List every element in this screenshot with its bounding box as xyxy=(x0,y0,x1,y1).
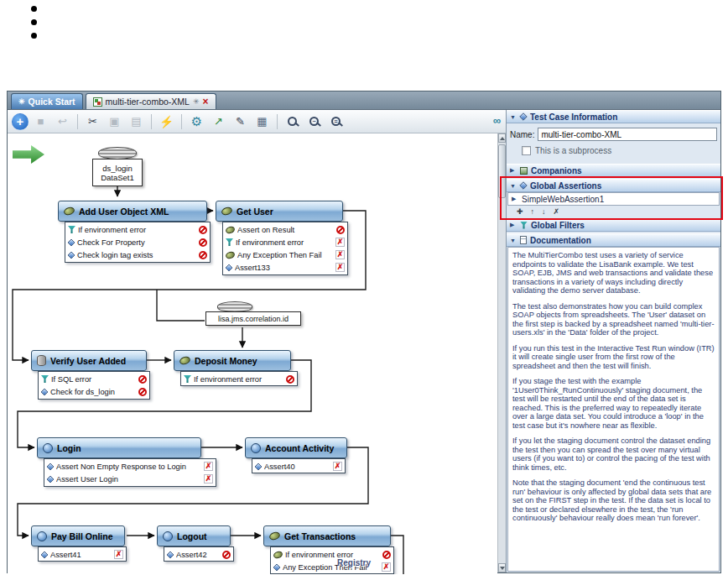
assertion-row[interactable]: Assert on Result xyxy=(223,223,347,236)
test-case-info-body: Name: This is a subprocess xyxy=(507,123,720,160)
assertion-row[interactable]: Assert User Login✗ xyxy=(44,473,216,485)
dataset-node[interactable]: lisa.jms.correlation.id xyxy=(205,311,301,326)
assertion-row[interactable]: Any Exception Then Fail✗ xyxy=(271,561,393,573)
vertical-scrollbar[interactable] xyxy=(497,133,506,572)
workflow-canvas[interactable]: ds_login DataSet1 lisa.jms.correlation.i… xyxy=(8,133,497,574)
bullet-icon xyxy=(31,33,37,39)
tab-document[interactable]: multi-tier-combo-XML ✳ × xyxy=(86,93,216,109)
document-icon xyxy=(520,236,527,244)
dataset-node[interactable]: ds_login DataSet1 xyxy=(92,159,143,186)
step-assertions: If environment error xyxy=(180,371,298,386)
assertion-icon xyxy=(519,181,528,190)
delete-assertion-button[interactable]: ✗ xyxy=(554,207,560,216)
no-entry-icon xyxy=(336,226,345,234)
pin-icon[interactable]: ✳ xyxy=(193,97,200,106)
paste-button[interactable]: ▤ xyxy=(127,112,146,131)
section-global-assertions[interactable]: ▼ Global Assertions xyxy=(507,179,720,192)
copy-button[interactable]: ▣ xyxy=(105,112,124,131)
filter-icon xyxy=(68,226,75,233)
zoom-out-button[interactable]: − xyxy=(304,112,324,131)
assertion-row[interactable]: Assert41✗ xyxy=(39,548,126,561)
dataset-icon[interactable] xyxy=(98,147,137,159)
add-step-button[interactable]: + xyxy=(12,113,29,130)
step-node-account-activity[interactable]: Account Activity xyxy=(245,437,347,458)
documentation-text: The MultiTierCombo test uses a variety o… xyxy=(507,247,720,572)
assertion-row[interactable]: If environment error xyxy=(271,548,393,561)
run-button[interactable]: ⚡ xyxy=(157,112,176,131)
fail-x-icon: ✗ xyxy=(335,263,345,272)
step-node-get-user[interactable]: Get User xyxy=(216,201,343,222)
assertion-row[interactable]: If environment error✗ xyxy=(223,236,347,248)
globe-icon xyxy=(163,531,173,541)
step-title: Pay Bill Online xyxy=(51,531,113,541)
step-title: Get User xyxy=(237,206,273,217)
tab-quick-start[interactable]: ✳ Quick Start xyxy=(11,93,83,109)
delete-button[interactable]: ■ xyxy=(31,112,50,131)
assertion-icon xyxy=(225,264,232,271)
scrollbar-track[interactable] xyxy=(498,198,506,563)
subprocess-checkbox[interactable] xyxy=(522,146,531,155)
step-assertions: If environment error Check For Property … xyxy=(65,222,211,263)
assertion-row[interactable]: Any Exception Then Fail✗ xyxy=(223,248,347,261)
dataset-name: lisa.jms.correlation.id xyxy=(206,315,300,323)
arrow-up-icon xyxy=(500,137,505,140)
step-title: Verify User Added xyxy=(50,356,126,366)
cut-button[interactable]: ✂ xyxy=(83,112,102,131)
section-global-filters[interactable]: ▶ Global Filters xyxy=(507,218,720,232)
step-assertions: Assert on Result If environment error✗ A… xyxy=(222,222,348,275)
assertion-row[interactable]: Check for ds_login xyxy=(39,385,149,398)
step-title: Login xyxy=(57,443,81,453)
assertion-row[interactable]: Assert133✗ xyxy=(223,261,347,274)
assertion-row[interactable]: Assert42 xyxy=(164,548,233,561)
move-down-button[interactable]: ↓ xyxy=(542,207,546,216)
step-node-deposit-money[interactable]: Deposit Money xyxy=(174,350,291,371)
step-node-add-user-object-xml[interactable]: Add User Object XML xyxy=(58,201,207,222)
fail-x-icon: ✗ xyxy=(335,250,345,259)
chevron-right-icon: ▶ xyxy=(510,167,517,174)
link-icon[interactable]: ∞ xyxy=(493,114,501,127)
step-node-get-transactions[interactable]: Get Transactions xyxy=(263,525,391,546)
step-node-verify-user-added[interactable]: Verify User Added xyxy=(31,350,147,371)
assertion-row[interactable]: If SQL error xyxy=(39,373,149,385)
chevron-down-icon: ▼ xyxy=(510,114,517,120)
name-input[interactable] xyxy=(538,128,717,141)
tab-document-label: multi-tier-combo-XML xyxy=(106,97,190,107)
add-assertion-button[interactable]: ✚ xyxy=(517,207,523,216)
step-assertions: Assert42 xyxy=(164,546,234,562)
scrollbar-thumb[interactable] xyxy=(498,144,506,198)
assertion-row[interactable]: If environment error xyxy=(181,373,297,385)
global-assertion-item[interactable]: ▶ SimpleWebAssertion1 xyxy=(507,192,720,206)
close-tab-icon[interactable]: × xyxy=(202,97,208,106)
filter-icon xyxy=(41,375,49,383)
bean-icon xyxy=(225,250,236,259)
assertion-row[interactable]: Assert40✗ xyxy=(252,460,345,473)
companions-icon xyxy=(520,167,528,175)
undo-button[interactable]: ↩ xyxy=(53,112,72,131)
assertion-row[interactable]: Check For Property xyxy=(65,236,210,248)
section-test-case-information[interactable]: ▼ Test Case Information xyxy=(507,110,720,123)
move-up-button[interactable]: ↑ xyxy=(531,207,535,216)
assertion-row[interactable]: If environment error xyxy=(65,223,210,236)
tab-quick-start-label: Quick Start xyxy=(29,97,75,107)
scroll-down-button[interactable] xyxy=(498,563,506,572)
bean-icon xyxy=(221,206,233,217)
section-documentation[interactable]: ▼ Documentation xyxy=(507,233,720,247)
edit-button[interactable]: ✎ xyxy=(231,112,250,131)
step-node-logout[interactable]: Logout xyxy=(157,525,231,546)
zoom-reset-button[interactable]: = xyxy=(326,112,346,131)
step-node-pay-bill-online[interactable]: Pay Bill Online xyxy=(31,525,125,546)
no-entry-icon xyxy=(286,375,294,384)
assertion-row[interactable]: Assert Non Empty Response to Login✗ xyxy=(44,460,216,473)
arrow-down-icon xyxy=(500,567,505,570)
chevron-right-icon: ▶ xyxy=(512,196,518,202)
section-companions[interactable]: ▶ Companions xyxy=(507,164,720,177)
step-node-login[interactable]: Login xyxy=(37,437,201,458)
settings-button[interactable]: ⚙ xyxy=(187,112,206,131)
export-button[interactable]: ↗ xyxy=(209,112,228,131)
page: ✳ Quick Start multi-tier-combo-XML ✳ × +… xyxy=(0,0,728,575)
bullet-icon xyxy=(31,6,37,12)
scroll-up-button[interactable] xyxy=(498,133,506,143)
zoom-in-button[interactable] xyxy=(283,112,302,131)
assertion-row[interactable]: Check login tag exists xyxy=(65,248,210,261)
layout-button[interactable]: ▦ xyxy=(252,112,272,131)
